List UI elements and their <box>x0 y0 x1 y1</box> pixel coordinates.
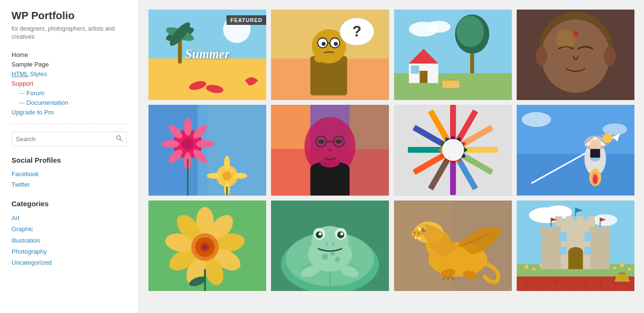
svg-rect-221 <box>589 226 595 232</box>
svg-point-22 <box>315 55 327 62</box>
pencils-image <box>394 105 512 195</box>
nav-link-home[interactable]: Home <box>11 51 28 58</box>
portfolio-item-9[interactable] <box>148 201 266 291</box>
svg-point-64 <box>207 173 221 179</box>
svg-rect-217 <box>590 230 610 269</box>
svg-point-199 <box>620 263 624 267</box>
portfolio-item-4[interactable] <box>517 10 634 100</box>
svg-point-200 <box>628 268 631 270</box>
social-link-twitter[interactable]: Twitter <box>11 179 127 190</box>
portfolio-item-2[interactable]: ? <box>271 10 389 100</box>
svg-rect-93 <box>407 147 442 153</box>
nav-item-support[interactable]: Support <box>11 79 127 87</box>
svg-rect-36 <box>411 66 418 73</box>
svg-point-77 <box>336 140 342 144</box>
svg-point-125 <box>602 134 612 143</box>
svg-point-195 <box>524 265 528 268</box>
search-box[interactable] <box>11 132 127 146</box>
svg-point-166 <box>330 251 334 255</box>
nav-item-upgrade[interactable]: Upgrade to Pro <box>11 108 127 116</box>
category-uncategorized[interactable]: Uncategorized <box>11 257 127 268</box>
nav-link-html-styles[interactable]: HTML Styles <box>11 70 47 78</box>
portfolio-item-8[interactable] <box>517 105 634 195</box>
nav-item-home[interactable]: Home <box>11 51 127 58</box>
landscape-image <box>394 10 512 100</box>
svg-rect-223 <box>604 226 610 232</box>
yellow-flower-image <box>148 201 266 291</box>
svg-point-46 <box>556 29 576 49</box>
svg-point-76 <box>318 140 325 144</box>
search-icon <box>116 135 123 142</box>
nav-link-support[interactable]: Support <box>11 80 34 87</box>
svg-rect-126 <box>605 143 609 145</box>
nav-item-sample-page[interactable]: Sample Page <box>11 60 127 68</box>
svg-point-179 <box>414 232 416 234</box>
social-profiles-title: Social Profiles <box>11 156 127 164</box>
svg-rect-45 <box>517 10 634 100</box>
svg-point-196 <box>532 268 535 270</box>
svg-point-144 <box>203 245 207 249</box>
svg-point-162 <box>325 242 328 245</box>
svg-rect-215 <box>587 216 594 224</box>
flowers-image <box>148 105 266 195</box>
site-tagline: for designers, photographers, artists an… <box>11 25 127 41</box>
svg-point-160 <box>319 232 322 235</box>
search-button[interactable] <box>116 135 123 143</box>
svg-point-51 <box>182 138 194 150</box>
svg-point-163 <box>332 242 335 245</box>
portfolio-item-10[interactable] <box>271 201 389 291</box>
svg-rect-35 <box>419 71 427 83</box>
cartoon-image: ? <box>271 10 389 100</box>
svg-rect-219 <box>548 226 554 232</box>
sidebar: WP Portfolio for designers, photographer… <box>0 0 139 313</box>
svg-point-198 <box>613 267 616 269</box>
svg-point-61 <box>223 172 231 180</box>
svg-rect-220 <box>555 226 561 232</box>
svg-point-62 <box>224 156 230 170</box>
svg-point-28 <box>426 21 450 33</box>
nav-link-documentation[interactable]: Documentation <box>26 99 68 106</box>
portfolio-item-3[interactable] <box>394 10 512 100</box>
category-art[interactable]: Art <box>11 212 127 224</box>
frog-image <box>271 201 389 291</box>
nav-item-html-styles[interactable]: HTML Styles <box>11 70 127 78</box>
svg-rect-229 <box>584 247 591 254</box>
nav-item-forum[interactable]: Forum <box>11 89 127 97</box>
svg-point-161 <box>340 232 343 235</box>
search-input[interactable] <box>16 135 116 143</box>
portfolio-item-1[interactable]: Summer ✦ FEATURED <box>148 10 266 100</box>
svg-rect-90 <box>450 161 455 195</box>
site-title: WP Portfolio <box>11 10 127 22</box>
rocket-image <box>517 105 634 195</box>
svg-rect-84 <box>450 105 455 139</box>
category-graphic[interactable]: Graphic <box>11 224 127 235</box>
svg-point-122 <box>593 175 598 184</box>
dragon-image <box>394 201 512 291</box>
categories-title: Categories <box>11 200 127 208</box>
svg-rect-87 <box>463 147 498 153</box>
svg-rect-124 <box>590 149 600 158</box>
nav-link-sample-page[interactable]: Sample Page <box>11 61 49 68</box>
category-illustration[interactable]: Illustration <box>11 235 127 246</box>
portfolio-item-7[interactable] <box>394 105 512 195</box>
portfolio-item-6[interactable] <box>271 105 389 195</box>
svg-rect-214 <box>576 216 584 224</box>
social-link-facebook[interactable]: Facebook <box>11 169 127 179</box>
svg-point-180 <box>418 232 419 234</box>
svg-point-52 <box>184 118 192 136</box>
svg-point-109 <box>444 141 462 159</box>
nav-link-upgrade[interactable]: Upgrade to Pro <box>11 109 54 116</box>
svg-text:?: ? <box>352 23 362 40</box>
svg-rect-216 <box>541 230 561 269</box>
castle-image <box>517 201 634 291</box>
svg-text:Summer: Summer <box>185 47 230 61</box>
portfolio-item-5[interactable] <box>148 105 266 195</box>
nav-item-documentation[interactable]: Documentation <box>11 99 127 106</box>
portfolio-item-11[interactable] <box>394 201 512 291</box>
portfolio-item-12[interactable] <box>517 201 634 291</box>
svg-point-164 <box>322 254 328 259</box>
category-photography[interactable]: Photography <box>11 246 127 257</box>
nav-link-forum[interactable]: Forum <box>26 89 45 97</box>
svg-point-19 <box>322 42 326 46</box>
svg-rect-227 <box>584 232 591 241</box>
